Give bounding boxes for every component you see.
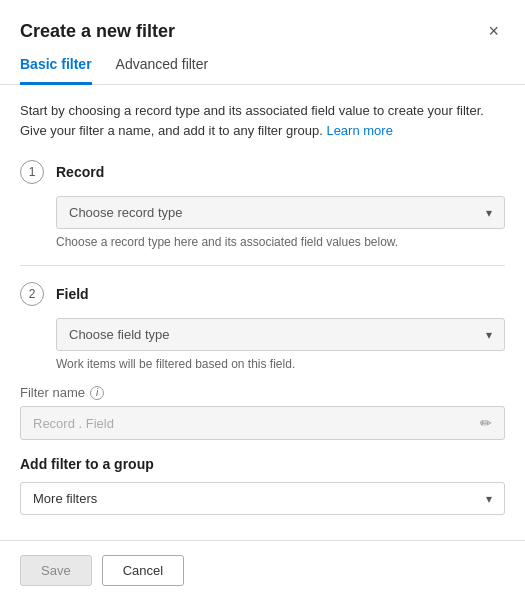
- tab-basic[interactable]: Basic filter: [20, 56, 92, 85]
- field-helper-text: Work items will be filtered based on thi…: [56, 357, 505, 371]
- learn-more-link[interactable]: Learn more: [326, 123, 392, 138]
- modal-header: Create a new filter ×: [0, 0, 525, 44]
- record-helper-text: Choose a record type here and its associ…: [56, 235, 505, 249]
- record-section-label: Record: [56, 164, 104, 180]
- filter-name-area: Filter name i Record . Field ✏: [20, 385, 505, 440]
- step-2-circle: 2: [20, 282, 44, 306]
- save-button[interactable]: Save: [20, 555, 92, 586]
- field-section-header: 2 Field: [20, 282, 505, 306]
- filter-name-edit-icon[interactable]: ✏: [480, 415, 492, 431]
- description-text: Start by choosing a record type and its …: [20, 101, 505, 140]
- tabs-container: Basic filter Advanced filter: [0, 44, 525, 85]
- field-section-label: Field: [56, 286, 89, 302]
- filter-name-field[interactable]: Record . Field ✏: [20, 406, 505, 440]
- field-type-placeholder: Choose field type: [69, 327, 169, 342]
- record-type-placeholder: Choose record type: [69, 205, 182, 220]
- add-group-dropdown[interactable]: More filters ▾: [20, 482, 505, 515]
- filter-name-info-icon: i: [90, 386, 104, 400]
- filter-name-label-row: Filter name i: [20, 385, 505, 400]
- record-section: 1 Record Choose record type ▾ Choose a r…: [20, 160, 505, 249]
- record-section-header: 1 Record: [20, 160, 505, 184]
- group-dropdown-value: More filters: [33, 491, 97, 506]
- step-1-circle: 1: [20, 160, 44, 184]
- add-group-label: Add filter to a group: [20, 456, 505, 472]
- tab-advanced[interactable]: Advanced filter: [116, 56, 209, 85]
- field-dropdown-arrow: ▾: [486, 328, 492, 342]
- field-type-dropdown[interactable]: Choose field type ▾: [56, 318, 505, 351]
- modal-footer: Save Cancel: [0, 540, 525, 600]
- group-dropdown-arrow: ▾: [486, 492, 492, 506]
- modal-title: Create a new filter: [20, 21, 175, 42]
- record-type-dropdown[interactable]: Choose record type ▾: [56, 196, 505, 229]
- close-button[interactable]: ×: [482, 18, 505, 44]
- modal-body: Start by choosing a record type and its …: [0, 85, 525, 540]
- create-filter-modal: Create a new filter × Basic filter Advan…: [0, 0, 525, 600]
- filter-name-placeholder: Record . Field: [33, 416, 114, 431]
- filter-name-label-text: Filter name: [20, 385, 85, 400]
- field-section: 2 Field Choose field type ▾ Work items w…: [20, 282, 505, 515]
- cancel-button[interactable]: Cancel: [102, 555, 184, 586]
- record-dropdown-arrow: ▾: [486, 206, 492, 220]
- add-group-section: Add filter to a group More filters ▾: [20, 456, 505, 515]
- section-divider-1: [20, 265, 505, 266]
